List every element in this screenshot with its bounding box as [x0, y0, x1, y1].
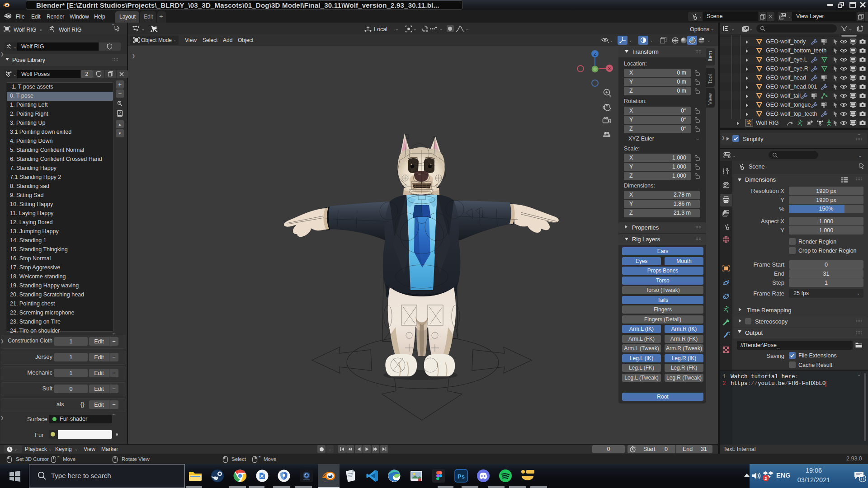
svg-text:?: ? — [119, 111, 121, 115]
svg-text:❯: ❯ — [132, 53, 135, 59]
svg-text:Ps: Ps — [458, 473, 465, 480]
svg-text:X: X — [608, 66, 611, 71]
svg-text:11: 11 — [860, 476, 865, 481]
svg-text:Z: Z — [594, 52, 596, 56]
svg-text:2: 2 — [764, 476, 767, 481]
